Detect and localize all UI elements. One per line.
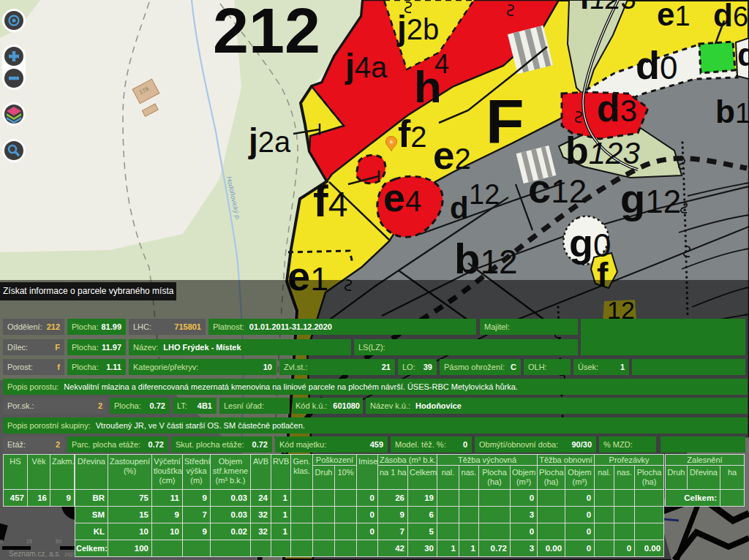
svg-text:j4a: j4a bbox=[345, 47, 388, 85]
svg-text:d6: d6 bbox=[713, 0, 748, 33]
svg-text:F: F bbox=[486, 86, 524, 156]
svg-text:b123: b123 bbox=[565, 129, 640, 172]
svg-text:d0: d0 bbox=[636, 43, 677, 87]
svg-text:j2a: j2a bbox=[248, 121, 291, 159]
svg-text:12: 12 bbox=[469, 179, 500, 210]
svg-text:d3: d3 bbox=[597, 87, 637, 129]
svg-text:212: 212 bbox=[213, 0, 320, 67]
svg-text:j2b: j2b bbox=[396, 9, 439, 47]
svg-text:f123: f123 bbox=[579, 0, 636, 15]
svg-text:e1: e1 bbox=[657, 0, 690, 32]
svg-text:d: d bbox=[737, 37, 749, 72]
svg-text:✳: ✳ bbox=[389, 139, 394, 145]
svg-text:b12: b12 bbox=[715, 94, 749, 129]
svg-text:d: d bbox=[450, 191, 469, 225]
svg-text:4: 4 bbox=[434, 49, 449, 79]
